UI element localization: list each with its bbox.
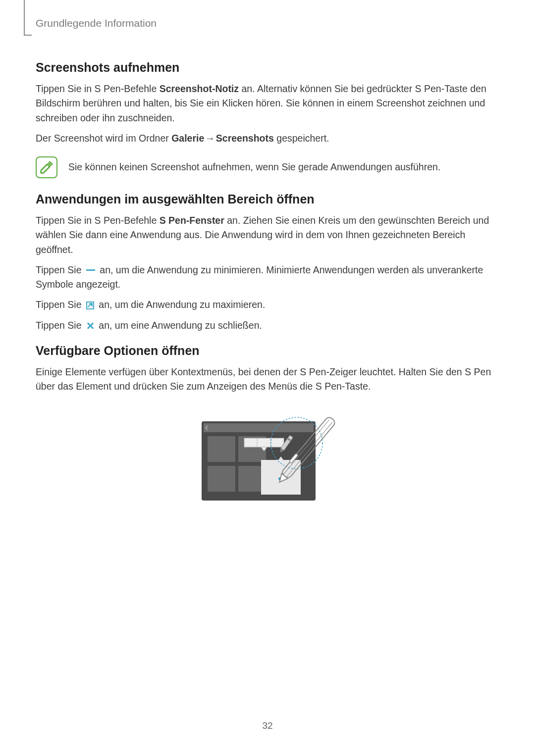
- paragraph: Der Screenshot wird im Ordner Galerie → …: [36, 131, 501, 146]
- svg-rect-6: [244, 438, 284, 447]
- bold-text: Galerie: [171, 133, 204, 144]
- bold-text: Screenshots: [216, 133, 274, 144]
- paragraph: Einige Elemente verfügen über Kontextmen…: [36, 365, 501, 394]
- text: Der Screenshot wird im Ordner: [36, 133, 171, 144]
- maximize-icon: [86, 302, 94, 309]
- text: Tippen Sie: [36, 320, 84, 331]
- bold-text: S Pen-Fenster: [160, 215, 224, 226]
- close-icon: [86, 322, 94, 330]
- text: Tippen Sie: [36, 299, 84, 310]
- text: Tippen Sie: [36, 264, 84, 275]
- paragraph: Tippen Sie an, um die Anwendung zu minim…: [36, 263, 501, 292]
- illustration: [36, 405, 501, 504]
- svg-rect-2: [208, 436, 235, 462]
- text: Tippen Sie in S Pen-Befehle: [36, 215, 160, 226]
- page-content: Screenshots aufnehmen Tippen Sie in S Pe…: [36, 50, 501, 504]
- paragraph: Tippen Sie an, um die Anwendung zu maxim…: [36, 298, 501, 312]
- page-tab-mark: [24, 0, 32, 36]
- page-header: Grundlegende Information: [36, 17, 157, 29]
- svg-rect-1: [204, 423, 314, 432]
- paragraph: Tippen Sie in S Pen-Befehle S Pen-Fenste…: [36, 213, 501, 257]
- note-text: Sie können keinen Screenshot aufnehmen, …: [68, 160, 440, 174]
- svg-rect-4: [208, 466, 235, 492]
- bold-text: Screenshot-Notiz: [160, 83, 239, 94]
- text: an, um die Anwendung zu maximieren.: [96, 299, 265, 310]
- paragraph: Tippen Sie in S Pen-Befehle Screenshot-N…: [36, 82, 501, 125]
- paragraph: Tippen Sie an, um eine Anwendung zu schl…: [36, 318, 501, 333]
- minimize-icon: [86, 269, 95, 271]
- note-icon: [36, 156, 57, 178]
- page-number: 32: [0, 720, 535, 731]
- text: an, um die Anwendung zu minimieren. Mini…: [36, 264, 483, 290]
- arrow-icon: →: [204, 131, 216, 146]
- heading-open-apps: Anwendungen im ausgewählten Bereich öffn…: [36, 192, 501, 206]
- note-block: Sie können keinen Screenshot aufnehmen, …: [36, 156, 501, 178]
- text: Tippen Sie in S Pen-Befehle: [36, 83, 160, 94]
- text: an, um eine Anwendung zu schließen.: [96, 320, 262, 331]
- text: gespeichert.: [274, 133, 329, 144]
- heading-screenshots: Screenshots aufnehmen: [36, 60, 501, 75]
- heading-options: Verfügbare Optionen öffnen: [36, 344, 501, 358]
